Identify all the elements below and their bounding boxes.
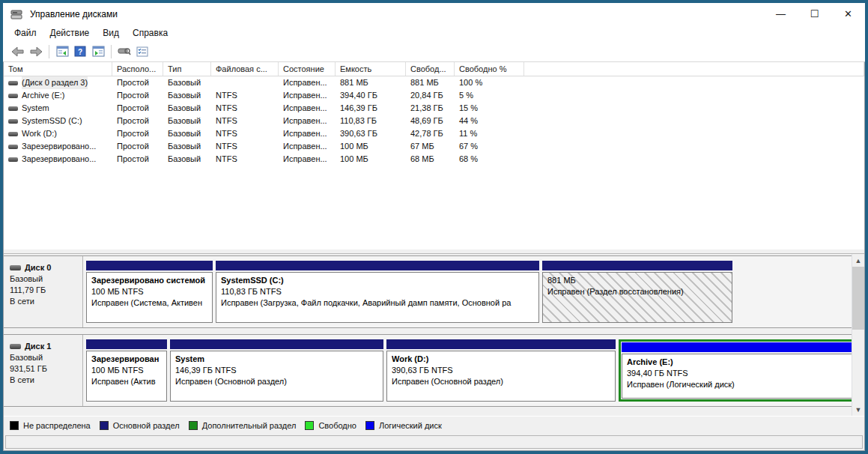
- disk-1-info[interactable]: Диск 1 Базовый 931,51 ГБ В сети: [4, 335, 83, 406]
- volume-type: Базовый: [163, 102, 211, 115]
- menu-view[interactable]: Вид: [96, 25, 126, 40]
- table-row[interactable]: Зарезервировано... Простой Базовый NTFS …: [4, 140, 864, 153]
- volume-fs: NTFS: [211, 89, 279, 102]
- disk-scan-icon: [118, 46, 131, 56]
- volume-icon: [8, 157, 18, 162]
- partition-name: SystemSSD (C:): [221, 275, 538, 286]
- column-header-volume[interactable]: Том: [4, 62, 112, 76]
- partition-name: Archive (E:): [627, 357, 852, 368]
- volume-layout: Простой: [112, 140, 163, 153]
- column-header-free[interactable]: Свобод...: [406, 62, 455, 76]
- disk-0-info[interactable]: Диск 0 Базовый 111,79 ГБ В сети: [4, 256, 83, 327]
- menu-help[interactable]: Справка: [126, 25, 174, 40]
- partition-work-d[interactable]: Work (D:) 390,63 ГБ NTFS Исправен (Основ…: [386, 339, 616, 402]
- column-header-free-percent[interactable]: Свободно %: [455, 62, 524, 76]
- graphical-view: Диск 0 Базовый 111,79 ГБ В сети Зарезерв…: [4, 254, 864, 416]
- volume-type: Базовый: [163, 140, 211, 153]
- partition-systemssd-c[interactable]: SystemSSD (C:) 110,83 ГБ NTFS Исправен (…: [216, 261, 539, 323]
- volume-icon: [8, 145, 18, 149]
- scroll-up-icon[interactable]: ▲: [852, 254, 864, 267]
- column-header-type[interactable]: Тип: [163, 62, 211, 76]
- show-action-pane-button[interactable]: [89, 43, 107, 60]
- volume-capacity: 146,39 ГБ: [336, 102, 406, 115]
- vertical-scrollbar[interactable]: ▲ ▼: [852, 254, 864, 416]
- scroll-down-icon[interactable]: ▼: [852, 403, 864, 416]
- disk-type: Базовый: [10, 352, 82, 363]
- partition-status: Исправен (Актив: [91, 376, 166, 387]
- volume-status: Исправен...: [279, 153, 336, 166]
- volume-capacity: 110,83 ГБ: [336, 115, 406, 127]
- menu-action[interactable]: Действие: [43, 25, 97, 40]
- minimize-button[interactable]: —: [764, 3, 798, 25]
- partition-name: Зарезервировано системой: [91, 275, 212, 286]
- volume-name: SystemSSD (C:): [22, 115, 82, 127]
- table-row[interactable]: SystemSSD (C:) Простой Базовый NTFS Испр…: [4, 115, 864, 127]
- primary-partition-strip: [542, 261, 732, 270]
- toolbar: ?: [3, 41, 865, 61]
- partition-archive-e[interactable]: Archive (E:) 394,40 ГБ NTFS Исправен (Ло…: [619, 339, 855, 402]
- partition-system-reserved-disk0[interactable]: Зарезервировано системой 100 МБ NTFS Исп…: [86, 261, 213, 323]
- partition-status: Исправен (Основной раздел): [392, 376, 615, 387]
- disk-management-app-icon: [10, 9, 24, 19]
- rescan-disks-button[interactable]: [115, 43, 133, 60]
- table-row[interactable]: Зарезервировано... Простой Базовый NTFS …: [4, 153, 864, 166]
- legend-label: Логический диск: [379, 421, 442, 430]
- pane-splitter[interactable]: [4, 249, 864, 254]
- volume-icon: [8, 119, 18, 124]
- volume-free-percent: 5 %: [455, 89, 524, 102]
- column-header-filesystem[interactable]: Файловая с...: [211, 62, 279, 76]
- show-console-tree-button[interactable]: [53, 43, 71, 60]
- table-row[interactable]: Work (D:) Простой Базовый NTFS Исправен.…: [4, 127, 864, 140]
- volume-status: Исправен...: [279, 140, 336, 153]
- legend-item-primary: Основной раздел: [100, 421, 180, 430]
- partition-size: 146,39 ГБ NTFS: [175, 365, 383, 376]
- table-row[interactable]: (Диск 0 раздел 3) Простой Базовый Исправ…: [4, 76, 864, 89]
- partition-size: 100 МБ NTFS: [91, 365, 166, 376]
- volume-fs: NTFS: [211, 102, 279, 115]
- volume-fs: NTFS: [211, 115, 279, 127]
- volume-fs: NTFS: [211, 140, 279, 153]
- menu-file[interactable]: Файл: [7, 25, 43, 40]
- column-header-capacity[interactable]: Емкость: [336, 62, 406, 76]
- disk-name: Диск 1: [25, 341, 51, 352]
- legend-label: Не распределена: [23, 421, 91, 430]
- volume-status: Исправен...: [279, 102, 336, 115]
- column-header-layout[interactable]: Располо...: [112, 62, 163, 76]
- volume-layout: Простой: [112, 89, 163, 102]
- menu-bar: Файл Действие Вид Справка: [3, 25, 865, 41]
- arrow-left-icon: [11, 46, 25, 57]
- partition-system-reserved-disk1[interactable]: Зарезервирован 100 МБ NTFS Исправен (Акт…: [86, 339, 167, 402]
- volume-fs: NTFS: [211, 153, 279, 166]
- properties-button[interactable]: [133, 43, 151, 60]
- disk-management-window: Управление дисками — ☐ ✕ Файл Действие В…: [0, 0, 868, 454]
- scrollbar-track[interactable]: [852, 330, 864, 403]
- toolbar-separator: [111, 45, 112, 58]
- column-header-status[interactable]: Состояние: [279, 62, 336, 76]
- legend-item-unallocated: Не распределена: [10, 421, 91, 430]
- back-button[interactable]: [9, 43, 27, 60]
- table-row[interactable]: Archive (E:) Простой Базовый NTFS Исправ…: [4, 89, 864, 102]
- volume-capacity: 881 МБ: [336, 76, 406, 89]
- volume-free: 42,78 ГБ: [406, 127, 455, 140]
- legend-swatch-extended: [189, 421, 198, 430]
- volume-free-percent: 67 %: [455, 140, 524, 153]
- volume-free-percent: 44 %: [455, 115, 524, 127]
- volume-layout: Простой: [112, 153, 163, 166]
- volume-free: 881 МБ: [406, 76, 455, 89]
- partition-recovery[interactable]: 881 МБ Исправен (Раздел восстановления): [542, 261, 732, 323]
- close-button[interactable]: ✕: [831, 3, 865, 25]
- volume-icon: [8, 106, 18, 111]
- disk-status: В сети: [10, 296, 82, 307]
- scrollbar-thumb[interactable]: [852, 267, 864, 330]
- help-button[interactable]: ?: [71, 43, 89, 60]
- table-row[interactable]: System Простой Базовый NTFS Исправен... …: [4, 102, 864, 115]
- maximize-button[interactable]: ☐: [798, 3, 831, 25]
- content-area: Том Располо... Тип Файловая с... Состоян…: [3, 61, 865, 451]
- partition-system[interactable]: System 146,39 ГБ NTFS Исправен (Основной…: [170, 339, 383, 402]
- volume-name: (Диск 0 раздел 3): [22, 76, 88, 89]
- legend-swatch-free: [305, 421, 314, 430]
- partition-size: 390,63 ГБ NTFS: [392, 365, 615, 376]
- disk-size: 931,51 ГБ: [10, 363, 82, 375]
- partition-name: Зарезервирован: [91, 354, 166, 365]
- forward-button[interactable]: [27, 43, 45, 60]
